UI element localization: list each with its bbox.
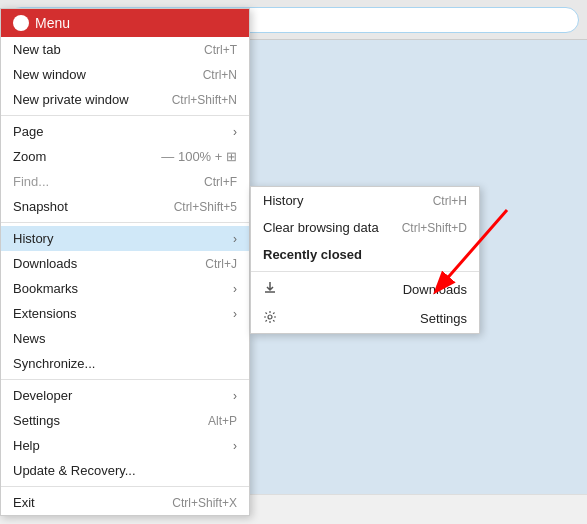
shortcut-find: Ctrl+F — [204, 175, 237, 189]
menu-item-extensions[interactable]: Extensions › — [1, 301, 249, 326]
menu-item-synchronize[interactable]: Synchronize... — [1, 351, 249, 376]
submenu-divider — [251, 271, 479, 272]
svg-point-0 — [268, 315, 272, 319]
shortcut-settings: Alt+P — [208, 414, 237, 428]
menu-label-new-private-window: New private window — [13, 92, 129, 107]
submenu-label-clear-browsing: Clear browsing data — [263, 220, 379, 235]
menu-item-zoom[interactable]: Zoom — 100% + ⊞ — [1, 144, 249, 169]
menu-item-new-window[interactable]: New window Ctrl+N — [1, 62, 249, 87]
submenu-label-history: History — [263, 193, 303, 208]
divider-2 — [1, 222, 249, 223]
menu-item-new-tab[interactable]: New tab Ctrl+T — [1, 37, 249, 62]
shortcut-exit: Ctrl+Shift+X — [172, 496, 237, 510]
history-submenu: History Ctrl+H Clear browsing data Ctrl+… — [250, 186, 480, 334]
menu-item-find[interactable]: Find... Ctrl+F — [1, 169, 249, 194]
arrow-extensions: › — [233, 307, 237, 321]
submenu-item-downloads[interactable]: Downloads — [251, 275, 479, 304]
shortcut-new-window: Ctrl+N — [203, 68, 237, 82]
shortcut-new-private-window: Ctrl+Shift+N — [172, 93, 237, 107]
menu-label-new-window: New window — [13, 67, 86, 82]
arrow-bookmarks: › — [233, 282, 237, 296]
opera-icon — [13, 15, 29, 31]
menu-label-new-tab: New tab — [13, 42, 61, 57]
zoom-controls: — 100% + ⊞ — [161, 149, 237, 164]
menu-item-exit[interactable]: Exit Ctrl+Shift+X — [1, 490, 249, 515]
arrow-developer: › — [233, 389, 237, 403]
arrow-page: › — [233, 125, 237, 139]
main-menu: Menu New tab Ctrl+T New window Ctrl+N Ne… — [0, 8, 250, 516]
menu-label-zoom: Zoom — [13, 149, 46, 164]
divider-3 — [1, 379, 249, 380]
submenu-label-recently-closed: Recently closed — [263, 247, 362, 262]
menu-label-developer: Developer — [13, 388, 72, 403]
submenu-item-clear-browsing[interactable]: Clear browsing data Ctrl+Shift+D — [251, 214, 479, 241]
menu-title: Menu — [35, 15, 70, 31]
submenu-label-downloads: Downloads — [403, 282, 467, 297]
menu-item-snapshot[interactable]: Snapshot Ctrl+Shift+5 — [1, 194, 249, 219]
arrow-history: › — [233, 232, 237, 246]
shortcut-new-tab: Ctrl+T — [204, 43, 237, 57]
menu-label-update-recovery: Update & Recovery... — [13, 463, 136, 478]
menu-item-bookmarks[interactable]: Bookmarks › — [1, 276, 249, 301]
menu-label-page: Page — [13, 124, 43, 139]
submenu-label-settings: Settings — [420, 311, 467, 326]
gear-icon — [263, 310, 277, 327]
menu-item-downloads[interactable]: Downloads Ctrl+J — [1, 251, 249, 276]
submenu-item-settings[interactable]: Settings — [251, 304, 479, 333]
shortcut-downloads: Ctrl+J — [205, 257, 237, 271]
submenu-shortcut-history: Ctrl+H — [433, 194, 467, 208]
menu-item-developer[interactable]: Developer › — [1, 383, 249, 408]
menu-label-find: Find... — [13, 174, 49, 189]
menu-item-news[interactable]: News — [1, 326, 249, 351]
menu-header: Menu — [1, 9, 249, 37]
menu-label-bookmarks: Bookmarks — [13, 281, 78, 296]
submenu-item-history[interactable]: History Ctrl+H — [251, 187, 479, 214]
submenu-shortcut-clear-browsing: Ctrl+Shift+D — [402, 221, 467, 235]
divider-4 — [1, 486, 249, 487]
menu-item-settings[interactable]: Settings Alt+P — [1, 408, 249, 433]
divider-1 — [1, 115, 249, 116]
menu-item-help[interactable]: Help › — [1, 433, 249, 458]
menu-label-snapshot: Snapshot — [13, 199, 68, 214]
menu-label-downloads: Downloads — [13, 256, 77, 271]
menu-label-exit: Exit — [13, 495, 35, 510]
shortcut-snapshot: Ctrl+Shift+5 — [174, 200, 237, 214]
menu-item-new-private-window[interactable]: New private window Ctrl+Shift+N — [1, 87, 249, 112]
menu-item-update-recovery[interactable]: Update & Recovery... — [1, 458, 249, 483]
menu-label-history: History — [13, 231, 53, 246]
menu-item-page[interactable]: Page › — [1, 119, 249, 144]
menu-label-extensions: Extensions — [13, 306, 77, 321]
submenu-item-recently-closed[interactable]: Recently closed — [251, 241, 479, 268]
menu-item-history[interactable]: History › — [1, 226, 249, 251]
menu-label-settings: Settings — [13, 413, 60, 428]
menu-label-news: News — [13, 331, 46, 346]
arrow-help: › — [233, 439, 237, 453]
download-icon — [263, 281, 277, 298]
menu-label-synchronize: Synchronize... — [13, 356, 95, 371]
menu-label-help: Help — [13, 438, 40, 453]
